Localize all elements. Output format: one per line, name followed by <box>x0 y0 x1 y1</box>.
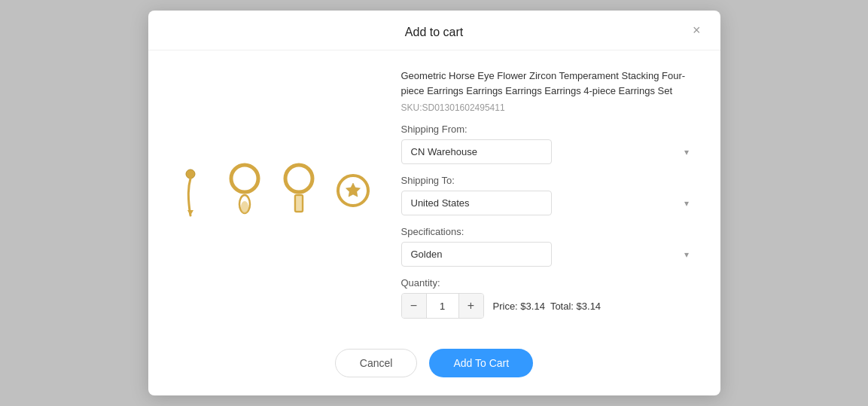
svg-point-5 <box>241 201 248 213</box>
quantity-decrease-button[interactable]: − <box>402 294 426 318</box>
product-sku: SKU:SD01301602495411 <box>401 102 696 113</box>
svg-point-0 <box>186 169 195 179</box>
modal-dialog: Add to cart × <box>148 11 720 395</box>
specifications-label: Specifications: <box>401 226 696 237</box>
earring-image-4 <box>330 163 376 224</box>
svg-rect-9 <box>296 196 302 211</box>
shipping-from-wrapper: CN Warehouse US Warehouse ▾ <box>401 139 696 164</box>
cancel-button[interactable]: Cancel <box>335 349 418 377</box>
earring-image-1 <box>168 163 213 224</box>
chevron-down-icon-3: ▾ <box>684 249 689 260</box>
quantity-input[interactable] <box>426 294 459 318</box>
add-to-cart-button[interactable]: Add To Cart <box>429 349 533 377</box>
chevron-down-icon-2: ▾ <box>684 198 689 209</box>
shipping-to-label: Shipping To: <box>401 175 696 186</box>
specifications-wrapper: Golden Silver ▾ <box>401 242 696 267</box>
svg-marker-11 <box>346 183 360 197</box>
specifications-field: Specifications: Golden Silver ▾ <box>401 226 696 267</box>
shipping-to-select[interactable]: United States Canada United Kingdom Aust… <box>401 191 552 215</box>
modal-overlay: Add to cart × <box>0 0 868 406</box>
specifications-select[interactable]: Golden Silver <box>401 242 552 267</box>
modal-title: Add to cart <box>405 26 463 39</box>
quantity-label: Quantity: <box>401 277 696 288</box>
shipping-from-label: Shipping From: <box>401 124 696 135</box>
product-details: Geometric Horse Eye Flower Zircon Temper… <box>401 69 696 319</box>
price-display: Price: $3.14 Total: $3.14 <box>493 301 602 312</box>
quantity-field: Quantity: − + Price: $3.14 Total: $3.14 <box>401 277 696 319</box>
product-name: Geometric Horse Eye Flower Zircon Temper… <box>401 69 696 98</box>
chevron-down-icon: ▾ <box>684 147 689 157</box>
close-button[interactable]: × <box>688 22 705 38</box>
earring-image-2 <box>222 163 267 224</box>
shipping-from-select[interactable]: CN Warehouse US Warehouse <box>401 139 552 164</box>
svg-rect-7 <box>297 191 301 194</box>
quantity-row: − + Price: $3.14 Total: $3.14 <box>401 293 696 319</box>
shipping-to-wrapper: United States Canada United Kingdom Aust… <box>401 191 696 215</box>
shipping-to-field: Shipping To: United States Canada United… <box>401 175 696 215</box>
modal-footer: Cancel Add To Cart <box>148 337 720 395</box>
svg-point-2 <box>231 165 258 192</box>
svg-point-6 <box>285 165 312 192</box>
quantity-increase-button[interactable]: + <box>459 294 483 318</box>
svg-rect-3 <box>242 191 247 194</box>
svg-marker-1 <box>187 210 193 215</box>
product-images <box>166 69 377 319</box>
quantity-stepper: − + <box>401 293 484 319</box>
shipping-from-field: Shipping From: CN Warehouse US Warehouse… <box>401 124 696 164</box>
modal-header: Add to cart × <box>148 11 720 50</box>
modal-body: Geometric Horse Eye Flower Zircon Temper… <box>148 50 720 337</box>
earring-image-3 <box>276 163 321 224</box>
